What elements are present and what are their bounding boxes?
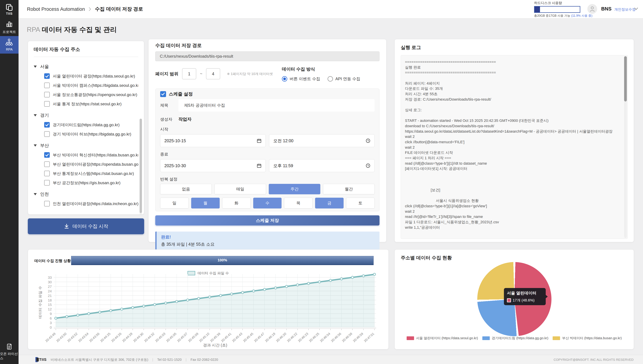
svg-text:20:45:45: 20:45:45 bbox=[242, 332, 254, 343]
address-checkbox-item[interactable]: 부산 빅데이터 혁신센터(https://data.busan.go.kr) bbox=[44, 152, 132, 158]
day-button[interactable]: 화 bbox=[222, 198, 251, 208]
day-button[interactable]: 금 bbox=[315, 198, 344, 208]
end-time-input[interactable]: 오후 11:59 bbox=[269, 159, 375, 172]
svg-text:20:45:39: 20:45:39 bbox=[209, 332, 221, 343]
save-schedule-button[interactable]: 스케줄 저장 bbox=[155, 215, 379, 226]
schedule-title-input[interactable]: 제5차 공공데이터 수집 bbox=[178, 99, 375, 112]
address-checkbox-item[interactable]: 서울 정보소통광장(https://opengov.seoul.go.kr) bbox=[44, 92, 132, 98]
day-button[interactable]: 일 bbox=[160, 198, 189, 208]
checkbox-checked-icon[interactable] bbox=[44, 152, 50, 158]
radio-checked-icon[interactable] bbox=[282, 76, 287, 82]
footer-separator: | bbox=[152, 358, 153, 362]
method-radio-option[interactable]: API 연동 수집 bbox=[328, 76, 360, 82]
calendar-icon bbox=[257, 163, 262, 168]
address-group-서울[interactable]: 서울 bbox=[34, 64, 132, 70]
svg-text:30: 30 bbox=[48, 280, 52, 284]
address-checkbox-item[interactable]: 서울 통계 정보(https://stat.seoul.go.kr) bbox=[44, 101, 132, 107]
pie-legend-label: 경기데이터드림 (https://data.gg.go.kr) bbox=[492, 336, 548, 340]
svg-text:20:47:01: 20:47:01 bbox=[363, 332, 375, 343]
schedule-toggle[interactable]: 스케줄 설정 bbox=[160, 91, 375, 97]
disk-usage-widget: 하드디스크 사용량 총20GB 중17GB 사용 가능 (11.9% 사용 중) bbox=[534, 1, 585, 18]
log-scrollbar-thumb[interactable] bbox=[624, 56, 627, 102]
bar-chart-icon bbox=[6, 20, 13, 28]
pie-legend-item[interactable]: 서울 열린데이터 (https://data.seoul.go.kr) bbox=[407, 336, 478, 340]
chevron-down-icon bbox=[633, 7, 638, 11]
radio-unchecked-icon[interactable] bbox=[328, 76, 333, 82]
breadcrumb-current: 수집 데이터 저장 경로 bbox=[95, 6, 143, 12]
repeat-option-button[interactable]: 월간 bbox=[323, 184, 375, 194]
svg-text:20:45:07: 20:45:07 bbox=[177, 332, 188, 343]
address-checkbox-item[interactable]: 부산 통계정보시스템(https://stat.busan.go.kr) bbox=[44, 171, 132, 176]
address-checkbox-item[interactable]: 서울 열린데이터 광장(https://data.seoul.go.kr) bbox=[44, 73, 132, 79]
page-range-note: ※ 1페이지당 약 10개 데이터셋 bbox=[227, 72, 273, 76]
breadcrumb-root[interactable]: Robot Process Automation bbox=[27, 6, 85, 12]
address-checkbox-item[interactable]: 부산 공간정보(https://gis.busan.go.kr) bbox=[44, 180, 132, 186]
address-checkbox-item[interactable]: 경기 빅데이터 허브(https://bigdata.gg.go.kr) bbox=[44, 131, 132, 137]
address-scrollbar-thumb[interactable] bbox=[140, 119, 142, 213]
address-checkbox-item[interactable]: 서울 빅데이터 캠퍼스(https://bigdata.seoul.go.kr) bbox=[44, 82, 132, 88]
checkbox-unchecked-icon[interactable] bbox=[44, 82, 50, 88]
start-collection-button[interactable]: 데이터 수집 시작 bbox=[28, 218, 144, 234]
schedule-toggle-label: 스케줄 설정 bbox=[169, 91, 193, 97]
repeat-option-button[interactable]: 주간 bbox=[269, 184, 320, 194]
address-scrollbar[interactable] bbox=[140, 119, 142, 214]
document-icon bbox=[6, 343, 13, 350]
checkbox-checked-icon[interactable] bbox=[44, 73, 50, 79]
start-time-input[interactable]: 오전 12:00 bbox=[269, 134, 375, 147]
pie-legend-item[interactable]: 경기데이터드림 (https://data.gg.go.kr) bbox=[482, 336, 548, 340]
checkbox-unchecked-icon[interactable] bbox=[44, 162, 50, 167]
start-label: 시작 bbox=[160, 126, 375, 132]
end-date-input[interactable]: 2025-10-30 bbox=[160, 159, 266, 172]
schedule-checkbox[interactable] bbox=[160, 91, 166, 97]
triangle-down-icon bbox=[34, 66, 37, 68]
log-scrollbar[interactable] bbox=[624, 56, 627, 238]
sidebar-item-프로젝트[interactable]: 프로젝트 bbox=[0, 18, 19, 36]
checkbox-unchecked-icon[interactable] bbox=[44, 180, 50, 186]
checkbox-unchecked-icon[interactable] bbox=[44, 92, 50, 98]
save-path-input[interactable]: C:/Users/nexus/Downloads/tiis-rpa-result bbox=[155, 52, 379, 61]
sidebar-item-rpa[interactable]: RPA bbox=[0, 36, 19, 54]
user-avatar[interactable] bbox=[587, 4, 597, 14]
completion-detail: 총 35개 파일 | 4분 55초 소요 bbox=[161, 242, 375, 247]
checkbox-unchecked-icon[interactable] bbox=[44, 101, 50, 107]
repeat-option-button[interactable]: 없음 bbox=[160, 184, 212, 194]
page-to-input[interactable]: 4 bbox=[206, 68, 220, 79]
address-item-label: 부산 열린데이터광장(https://opendata.busan.go.kr) bbox=[53, 162, 138, 167]
log-box[interactable]: ========================================… bbox=[401, 55, 628, 239]
checkbox-unchecked-icon[interactable] bbox=[44, 131, 50, 137]
svg-text:20:45:43: 20:45:43 bbox=[232, 332, 243, 343]
save-path-title: 수집 데이터 저장 경로 bbox=[155, 42, 379, 49]
day-button[interactable]: 토 bbox=[346, 198, 375, 208]
address-checkbox-item[interactable]: 부산 열린데이터광장(https://opendata.busan.go.kr) bbox=[44, 162, 132, 167]
checkbox-unchecked-icon[interactable] bbox=[44, 171, 50, 176]
svg-text:20:46:56: 20:46:56 bbox=[330, 332, 342, 343]
repeat-options: 없음매일주간월간 bbox=[160, 184, 375, 194]
pie-legend-item[interactable]: 부산 빅데이터 (https://data.busan.go.kr) bbox=[553, 336, 621, 340]
address-list: 서울서울 열린데이터 광장(https://data.seoul.go.kr)서… bbox=[34, 58, 138, 208]
address-checkbox-item[interactable]: 인천 열린데이터광장(https://data.incheon.go.kr) bbox=[44, 201, 132, 206]
checkbox-checked-icon[interactable] bbox=[44, 122, 50, 128]
day-button[interactable]: 월 bbox=[191, 198, 220, 208]
checkbox-unchecked-icon[interactable] bbox=[44, 201, 50, 206]
pie-card-title: 주소별 데이터 수집 현황 bbox=[401, 255, 628, 261]
svg-text:20:44:32: 20:44:32 bbox=[144, 332, 155, 343]
address-group-인천[interactable]: 인천 bbox=[34, 191, 132, 197]
address-item-label: 부산 통계정보시스템(https://stat.busan.go.kr) bbox=[53, 171, 134, 176]
address-group-경기[interactable]: 경기 bbox=[34, 112, 132, 118]
sidebar-item-open-license[interactable]: 오픈 라이선스 bbox=[0, 343, 19, 361]
download-icon bbox=[64, 224, 70, 229]
repeat-option-button[interactable]: 매일 bbox=[214, 184, 266, 194]
profile-edit-link[interactable]: 개인정보수정 bbox=[614, 7, 635, 12]
disk-usage-text: 총20GB 중17GB 사용 가능 (11.9% 사용 중) bbox=[534, 14, 585, 18]
day-button[interactable]: 수 bbox=[253, 198, 282, 208]
address-checkbox-item[interactable]: 경기데이터드림(https://data.gg.go.kr) bbox=[44, 122, 132, 128]
tiis-footer-icon bbox=[36, 357, 38, 362]
method-radio-selected[interactable]: 버튼 이벤트 수집 bbox=[282, 76, 320, 82]
app-logo[interactable]: TIIS bbox=[0, 0, 19, 18]
start-date-input[interactable]: 2025-10-15 bbox=[160, 134, 266, 147]
page-from-input[interactable]: 1 bbox=[182, 68, 196, 79]
footer-separator: | bbox=[186, 358, 187, 362]
address-group-부산[interactable]: 부산 bbox=[34, 142, 132, 148]
day-button[interactable]: 목 bbox=[284, 198, 313, 208]
user-menu-chevron[interactable] bbox=[633, 7, 638, 12]
